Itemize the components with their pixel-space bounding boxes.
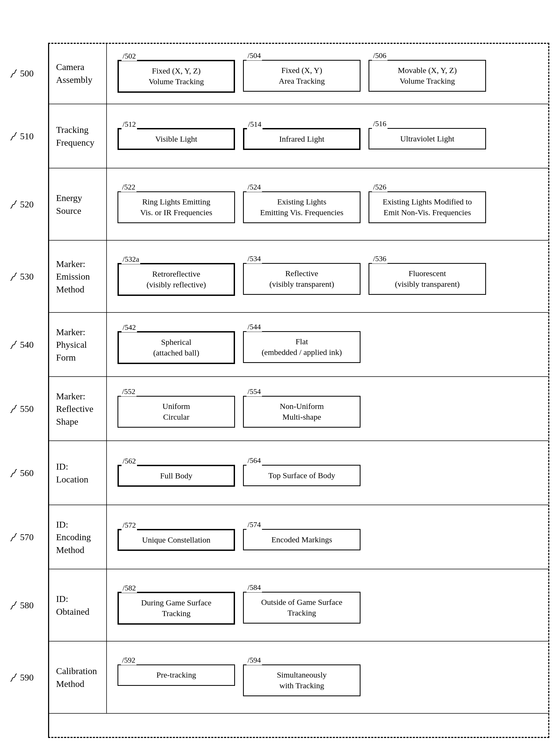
- cell-text-544: Flat(embedded / applied ink): [262, 336, 342, 358]
- cell-ref-594: /594: [246, 655, 262, 665]
- cell-562: /562Full Body: [118, 465, 235, 487]
- cell-text-512: Visible Light: [155, 134, 197, 144]
- cells-520: /522Ring Lights EmittingVis. or IR Frequ…: [107, 168, 549, 240]
- main-content: 500CameraAssembly/502Fixed (X, Y, Z)Volu…: [48, 43, 549, 738]
- cell-534: /534Reflective(visibly transparent): [243, 263, 361, 295]
- cells-560: /562Full Body/564Top Surface of Body: [107, 441, 549, 505]
- cell-text-582: During Game SurfaceTracking: [141, 597, 211, 619]
- row-ref-540: 540: [9, 340, 34, 350]
- cell-text-594: Simultaneouslywith Tracking: [277, 670, 327, 691]
- cell-text-542: Spherical(attached ball): [153, 337, 199, 359]
- cell-ref-526: /526: [372, 182, 387, 192]
- cell-text-552: UniformCircular: [162, 401, 190, 423]
- cell-524: /524Existing LightsEmitting Vis. Frequen…: [243, 191, 361, 223]
- cell-ref-542: /542: [121, 322, 137, 332]
- cell-552: /552UniformCircular: [118, 396, 235, 428]
- cell-text-514: Infrared Light: [279, 134, 324, 144]
- cells-510: /512Visible Light/514Infrared Light/516U…: [107, 104, 549, 168]
- cell-ref-584: /584: [246, 582, 262, 593]
- row-label-520: EnergySource: [48, 168, 107, 240]
- row-ref-560: 560: [9, 468, 34, 478]
- cells-550: /552UniformCircular/554Non-UniformMulti-…: [107, 377, 549, 441]
- row-ref-530: 530: [9, 272, 34, 282]
- row-560: 560ID:Location/562Full Body/564Top Surfa…: [48, 441, 549, 505]
- cell-514: /514Infrared Light: [243, 128, 361, 150]
- row-label-560: ID:Location: [48, 441, 107, 505]
- row-ref-590: 590: [9, 673, 34, 683]
- cells-540: /542Spherical(attached ball)/544Flat(emb…: [107, 313, 549, 377]
- cells-580: /582During Game SurfaceTracking/584Outsi…: [107, 569, 549, 641]
- cell-532a: /532aRetroreflective(visibly reflective): [118, 263, 235, 296]
- row-540: 540Marker:PhysicalForm/542Spherical(atta…: [48, 313, 549, 377]
- cell-516: /516Ultraviolet Light: [368, 128, 486, 150]
- left-border-line: [48, 43, 49, 738]
- cell-512: /512Visible Light: [118, 128, 235, 150]
- cell-ref-534: /534: [246, 254, 262, 264]
- cell-ref-512: /512: [121, 119, 137, 129]
- row-label-510: TrackingFrequency: [48, 104, 107, 168]
- cell-ref-544: /544: [246, 322, 262, 332]
- cell-text-526: Existing Lights Modified toEmit Non-Vis.…: [383, 196, 472, 218]
- row-580: 580ID:Obtained/582During Game SurfaceTra…: [48, 569, 549, 641]
- cell-text-522: Ring Lights EmittingVis. or IR Frequenci…: [140, 196, 212, 218]
- cell-554: /554Non-UniformMulti-shape: [243, 396, 361, 428]
- cell-526: /526Existing Lights Modified toEmit Non-…: [368, 191, 486, 223]
- cell-574: /574Encoded Markings: [243, 529, 361, 550]
- cell-ref-536: /536: [372, 254, 387, 264]
- cell-text-536: Fluorescent(visibly transparent): [395, 268, 460, 290]
- cell-ref-564: /564: [246, 456, 262, 466]
- row-ref-500: 500: [9, 69, 34, 79]
- cell-582: /582During Game SurfaceTracking: [118, 592, 235, 625]
- cell-text-574: Encoded Markings: [271, 534, 332, 545]
- cell-text-534: Reflective(visibly transparent): [269, 268, 334, 290]
- row-label-590: CalibrationMethod: [48, 641, 107, 714]
- row-ref-580: 580: [9, 600, 34, 611]
- cell-ref-532a: /532a: [121, 254, 140, 264]
- cell-ref-554: /554: [246, 386, 262, 397]
- row-570: 570ID:EncodingMethod/572Unique Constella…: [48, 505, 549, 569]
- cells-530: /532aRetroreflective(visibly reflective)…: [107, 240, 549, 313]
- cell-ref-504: /504: [246, 51, 262, 61]
- cell-text-584: Outside of Game SurfaceTracking: [261, 597, 342, 618]
- cell-text-504: Fixed (X, Y)Area Tracking: [279, 65, 325, 86]
- row-label-540: Marker:PhysicalForm: [48, 313, 107, 377]
- cell-564: /564Top Surface of Body: [243, 465, 361, 486]
- row-label-570: ID:EncodingMethod: [48, 505, 107, 569]
- row-ref-570: 570: [9, 532, 34, 542]
- cell-ref-516: /516: [372, 119, 387, 129]
- cell-506: /506Movable (X, Y, Z)Volume Tracking: [368, 60, 486, 92]
- cells-590: /592Pre-tracking/594Simultaneouslywith T…: [107, 641, 549, 714]
- cell-ref-524: /524: [246, 182, 262, 192]
- row-510: 510TrackingFrequency/512Visible Light/51…: [48, 104, 549, 168]
- cell-text-516: Ultraviolet Light: [400, 133, 454, 144]
- row-ref-520: 520: [9, 199, 34, 210]
- cell-594: /594Simultaneouslywith Tracking: [243, 664, 361, 696]
- row-label-500: CameraAssembly: [48, 43, 107, 104]
- cells-570: /572Unique Constellation/574Encoded Mark…: [107, 505, 549, 569]
- row-ref-510: 510: [9, 131, 34, 141]
- cell-text-572: Unique Constellation: [142, 535, 211, 545]
- row-550: 550Marker:ReflectiveShape/552UniformCirc…: [48, 377, 549, 441]
- cell-ref-502: /502: [121, 51, 137, 61]
- cell-ref-506: /506: [372, 51, 387, 61]
- cell-text-532a: Retroreflective(visibly reflective): [146, 269, 206, 290]
- cell-text-592: Pre-tracking: [157, 670, 196, 680]
- cell-ref-592: /592: [121, 655, 137, 665]
- cell-584: /584Outside of Game SurfaceTracking: [243, 592, 361, 623]
- cell-502: /502Fixed (X, Y, Z)Volume Tracking: [118, 60, 235, 93]
- cell-text-506: Movable (X, Y, Z)Volume Tracking: [398, 65, 457, 86]
- cell-ref-522: /522: [121, 182, 137, 192]
- cell-text-564: Top Surface of Body: [268, 470, 335, 481]
- row-label-530: Marker:EmissionMethod: [48, 240, 107, 313]
- cells-500: /502Fixed (X, Y, Z)Volume Tracking/504Fi…: [107, 43, 549, 104]
- cell-544: /544Flat(embedded / applied ink): [243, 331, 361, 363]
- row-520: 520EnergySource/522Ring Lights EmittingV…: [48, 168, 549, 240]
- cell-522: /522Ring Lights EmittingVis. or IR Frequ…: [118, 191, 235, 223]
- row-590: 590CalibrationMethod/592Pre-tracking/594…: [48, 641, 549, 714]
- cell-592: /592Pre-tracking: [118, 664, 235, 686]
- cell-ref-552: /552: [121, 386, 137, 397]
- cell-text-562: Full Body: [160, 470, 193, 481]
- cell-542: /542Spherical(attached ball): [118, 331, 235, 364]
- cell-text-554: Non-UniformMulti-shape: [280, 401, 324, 423]
- cell-536: /536Fluorescent(visibly transparent): [368, 263, 486, 295]
